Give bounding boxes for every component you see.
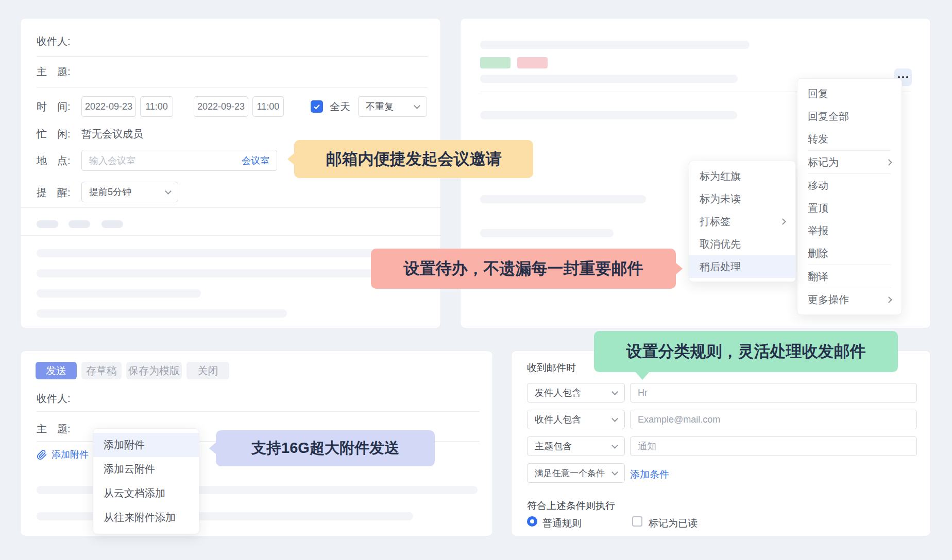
submenu-item-mark-unread[interactable]: 标为未读 xyxy=(689,187,795,210)
close-button[interactable]: 关闭 xyxy=(186,362,229,379)
location-placeholder: 输入会议室 xyxy=(89,154,242,167)
skeleton-bar xyxy=(37,249,429,257)
menu-item-label: 标记为 xyxy=(808,155,887,169)
chevron-right-icon xyxy=(886,159,892,166)
menu-item-label: 标为红旗 xyxy=(700,169,785,183)
mark-as-submenu: 标为红旗 标为未读 打标签 取消优先 稍后处理 xyxy=(689,161,796,282)
skeleton-bar xyxy=(480,195,646,203)
mark-read-checkbox[interactable] xyxy=(632,516,642,527)
add-attachment-button[interactable]: 添加附件 xyxy=(37,448,89,461)
busy-label: 忙 闲: xyxy=(37,127,71,141)
start-time-input[interactable]: 11:00 xyxy=(140,96,173,117)
all-day-checkbox[interactable] xyxy=(311,100,323,113)
attach-menu-item-add-from-cloud-doc[interactable]: 从云文档添加 xyxy=(93,481,199,505)
send-button[interactable]: 发送 xyxy=(36,362,77,379)
chevron-down-icon xyxy=(611,415,618,422)
menu-item-label: 翻译 xyxy=(808,270,891,284)
chevron-right-icon xyxy=(886,296,892,303)
menu-item-delete[interactable]: 删除 xyxy=(797,242,902,265)
end-time-input[interactable]: 11:00 xyxy=(252,96,284,117)
normal-rule-radio[interactable] xyxy=(527,516,537,527)
callout-text: 邮箱内便捷发起会议邀请 xyxy=(326,148,502,170)
skeleton-bar xyxy=(37,269,389,277)
skeleton-pill xyxy=(101,220,123,228)
condition-field-value: 收件人包含 xyxy=(535,413,613,426)
end-date-input[interactable]: 2022-09-23 xyxy=(194,96,248,117)
all-day-label: 全天 xyxy=(330,99,350,114)
condition-value-input-3[interactable] xyxy=(630,436,917,456)
menu-item-more-actions[interactable]: 更多操作 xyxy=(797,288,902,311)
reminder-select-value: 提前5分钟 xyxy=(89,186,166,198)
subject-label: 主 题: xyxy=(37,422,71,436)
menu-item-reply-all[interactable]: 回复全部 xyxy=(797,105,902,128)
submenu-item-tag[interactable]: 打标签 xyxy=(689,210,795,233)
menu-item-mark-as[interactable]: 标记为 xyxy=(797,151,902,173)
repeat-select[interactable]: 不重复 xyxy=(358,96,427,117)
menu-item-forward[interactable]: 转发 xyxy=(797,128,902,150)
menu-item-reply[interactable]: 回复 xyxy=(797,82,902,105)
match-mode-select[interactable]: 满足任意一个条件 xyxy=(527,463,625,483)
condition-value-input-1[interactable] xyxy=(630,383,917,402)
divider xyxy=(37,87,428,87)
submenu-item-cancel-priority[interactable]: 取消优先 xyxy=(689,233,795,255)
menu-item-translate[interactable]: 翻译 xyxy=(797,265,902,288)
submenu-item-handle-later[interactable]: 稍后处理 xyxy=(689,255,795,278)
attach-menu-item-add-attachment[interactable]: 添加附件 xyxy=(93,433,199,457)
menu-item-label: 回复 xyxy=(808,87,891,101)
save-draft-button[interactable]: 存草稿 xyxy=(81,362,122,379)
attachment-menu: 添加附件 添加云附件 从云文档添加 从往来附件添加 xyxy=(93,428,199,534)
callout-text: 设置待办，不遗漏每一封重要邮件 xyxy=(404,258,643,279)
callout-down-arrow xyxy=(635,372,650,380)
menu-item-label: 从往来附件添加 xyxy=(104,511,189,524)
add-condition-link[interactable]: 添加条件 xyxy=(630,468,669,481)
menu-item-label: 标为未读 xyxy=(700,192,785,206)
menu-item-label: 删除 xyxy=(808,247,891,260)
menu-item-label: 置顶 xyxy=(808,201,891,215)
menu-item-label: 更多操作 xyxy=(808,293,887,307)
attach-menu-item-add-from-previous[interactable]: 从往来附件添加 xyxy=(93,505,199,530)
condition-field-select-3[interactable]: 主题包含 xyxy=(527,436,625,456)
divider xyxy=(21,235,440,236)
time-label: 时 间: xyxy=(37,99,71,114)
chevron-down-icon xyxy=(611,469,618,476)
menu-item-label: 稍后处理 xyxy=(700,260,785,274)
recipient-label: 收件人: xyxy=(37,391,71,406)
callout-right-arrow xyxy=(675,262,683,275)
condition-value-input-2[interactable] xyxy=(630,410,917,429)
menu-item-pin[interactable]: 置顶 xyxy=(797,197,902,219)
recipient-label: 收件人: xyxy=(37,34,71,48)
callout-left-arrow xyxy=(209,442,216,454)
skeleton-bar xyxy=(480,111,737,119)
menu-item-label: 添加附件 xyxy=(104,438,189,452)
callout-attachment: 支持16G超大附件发送 xyxy=(216,430,435,466)
save-as-template-button[interactable]: 保存为模版 xyxy=(126,362,182,379)
callout-meeting: 邮箱内便捷发起会议邀请 xyxy=(294,140,533,178)
location-input[interactable]: 输入会议室 会议室 xyxy=(81,150,277,171)
mail-context-menu: 回复 回复全部 转发 标记为 移动 置顶 举报 删除 翻译 更多操作 xyxy=(797,78,902,315)
condition-field-select-2[interactable]: 收件人包含 xyxy=(527,410,625,429)
condition-field-select-1[interactable]: 发件人包含 xyxy=(527,383,625,402)
reminder-select[interactable]: 提前5分钟 xyxy=(81,182,178,202)
menu-item-label: 打标签 xyxy=(700,215,780,229)
normal-rule-label: 普通规则 xyxy=(542,517,582,530)
rules-panel: 收到邮件时 发件人包含 收件人包含 主题包含 满足任意一个条件 添加条件 符合上… xyxy=(511,351,931,536)
location-label: 地 点: xyxy=(37,153,71,168)
menu-item-label: 回复全部 xyxy=(808,110,891,124)
attach-menu-item-add-cloud-attachment[interactable]: 添加云附件 xyxy=(93,457,199,481)
menu-item-move[interactable]: 移动 xyxy=(797,174,902,197)
submenu-item-flag[interactable]: 标为红旗 xyxy=(689,165,795,187)
callout-left-arrow xyxy=(287,153,295,165)
pink-tag-badge xyxy=(517,57,548,68)
callout-text: 支持16G超大附件发送 xyxy=(251,438,399,459)
meeting-room-link[interactable]: 会议室 xyxy=(242,154,269,167)
menu-item-label: 举报 xyxy=(808,224,891,238)
callout-todo: 设置待办，不遗漏每一封重要邮件 xyxy=(371,249,676,289)
menu-item-report[interactable]: 举报 xyxy=(797,219,902,242)
skeleton-bar xyxy=(480,75,738,83)
reminder-label: 提 醒: xyxy=(37,185,71,200)
menu-item-label: 添加云附件 xyxy=(104,462,189,476)
start-date-input[interactable]: 2022-09-23 xyxy=(81,96,136,117)
chevron-down-icon xyxy=(165,188,172,195)
skeleton-bar xyxy=(480,41,750,49)
paperclip-icon xyxy=(37,449,47,460)
